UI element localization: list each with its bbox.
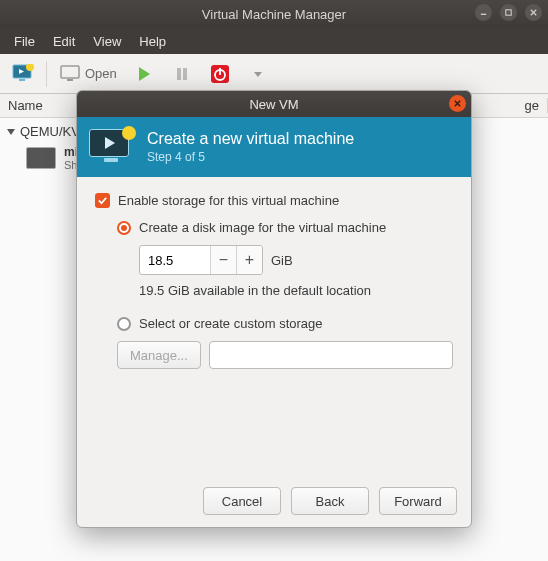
- storage-path-input[interactable]: [209, 341, 453, 369]
- check-icon: [97, 195, 108, 206]
- chevron-down-icon: [247, 63, 269, 85]
- radio-create-label: Create a disk image for the virtual mach…: [139, 220, 386, 235]
- manage-label: Manage...: [130, 348, 188, 363]
- dialog-body: Enable storage for this virtual machine …: [77, 177, 471, 475]
- chevron-down-icon: [6, 127, 16, 137]
- toolbar: Open: [0, 54, 548, 94]
- open-button[interactable]: Open: [53, 59, 123, 89]
- pause-icon: [171, 63, 193, 85]
- svg-marker-20: [105, 137, 115, 149]
- radio-create-image[interactable]: [117, 221, 131, 235]
- svg-marker-10: [139, 67, 150, 81]
- svg-rect-8: [61, 66, 79, 78]
- window-title: Virtual Machine Manager: [202, 7, 346, 22]
- shutdown-menu-button[interactable]: [241, 59, 275, 89]
- back-label: Back: [316, 494, 345, 509]
- dialog-titlebar: New VM: [77, 91, 471, 117]
- monitor-new-icon: [12, 63, 34, 85]
- open-label: Open: [85, 66, 117, 81]
- cancel-button[interactable]: Cancel: [203, 487, 281, 515]
- svg-rect-6: [19, 79, 25, 81]
- back-button[interactable]: Back: [291, 487, 369, 515]
- menu-file[interactable]: File: [6, 31, 43, 52]
- close-icon: [453, 99, 462, 108]
- spin-increment-button[interactable]: +: [236, 246, 262, 274]
- dialog-footer: Cancel Back Forward: [77, 475, 471, 527]
- forward-label: Forward: [394, 494, 442, 509]
- power-icon: [209, 63, 231, 85]
- radio-custom-label: Select or create custom storage: [139, 316, 323, 331]
- svg-rect-12: [183, 68, 187, 80]
- menubar: File Edit View Help: [0, 28, 548, 54]
- play-icon: [133, 63, 155, 85]
- new-vm-button[interactable]: [6, 59, 40, 89]
- main-titlebar: Virtual Machine Manager: [0, 0, 548, 28]
- minimize-icon[interactable]: [475, 4, 492, 21]
- dialog-header: Create a new virtual machine Step 4 of 5: [77, 117, 471, 177]
- pause-button[interactable]: [165, 59, 199, 89]
- vm-thumbnail-icon: [26, 147, 56, 169]
- enable-storage-checkbox[interactable]: [95, 193, 110, 208]
- shutdown-button[interactable]: [203, 59, 237, 89]
- cancel-label: Cancel: [222, 494, 262, 509]
- close-icon[interactable]: [525, 4, 542, 21]
- disk-size-spinbox: − +: [139, 245, 263, 275]
- connection-label: QEMU/KV: [20, 124, 80, 139]
- manage-button[interactable]: Manage...: [117, 341, 201, 369]
- enable-storage-label: Enable storage for this virtual machine: [118, 193, 339, 208]
- monitor-icon: [59, 63, 81, 85]
- dialog-heading: Create a new virtual machine: [147, 130, 354, 148]
- separator: [46, 61, 47, 87]
- menu-view[interactable]: View: [85, 31, 129, 52]
- svg-marker-17: [7, 129, 15, 135]
- maximize-icon[interactable]: [500, 4, 517, 21]
- forward-button[interactable]: Forward: [379, 487, 457, 515]
- available-space-label: 19.5 GiB available in the default locati…: [139, 283, 453, 298]
- dialog-close-button[interactable]: [449, 95, 466, 112]
- menu-help[interactable]: Help: [131, 31, 174, 52]
- run-button[interactable]: [127, 59, 161, 89]
- dialog-step: Step 4 of 5: [147, 150, 354, 164]
- menu-edit[interactable]: Edit: [45, 31, 83, 52]
- wizard-icon: [89, 129, 133, 165]
- radio-custom-storage[interactable]: [117, 317, 131, 331]
- dialog-title: New VM: [249, 97, 298, 112]
- svg-rect-1: [506, 10, 511, 15]
- size-unit-label: GiB: [271, 253, 293, 268]
- spin-decrement-button[interactable]: −: [210, 246, 236, 274]
- new-vm-dialog: New VM Create a new virtual machine Step…: [76, 90, 472, 528]
- svg-rect-9: [67, 79, 73, 81]
- disk-size-input[interactable]: [140, 246, 210, 274]
- svg-rect-11: [177, 68, 181, 80]
- svg-marker-16: [254, 72, 262, 77]
